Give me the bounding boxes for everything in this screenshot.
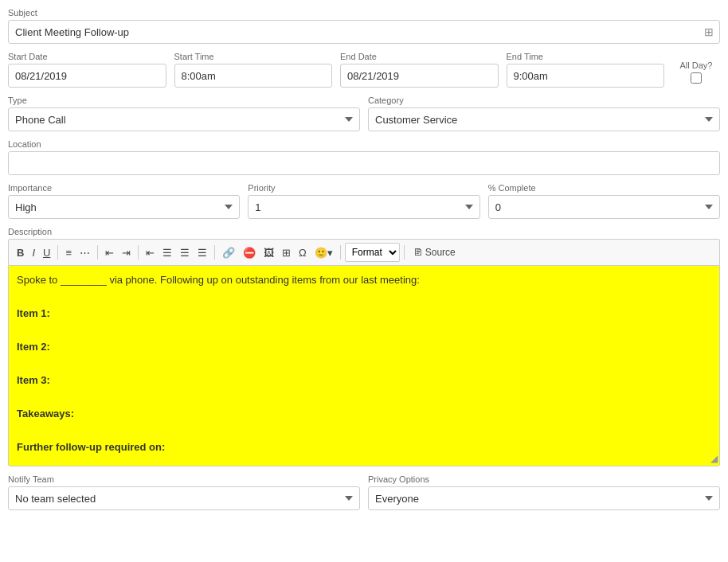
all-day-label: All Day? — [680, 60, 713, 70]
divider-5 — [340, 245, 341, 260]
percent-complete-label: % Complete — [488, 183, 720, 193]
type-group: Type Phone Call — [8, 96, 360, 131]
percent-complete-select[interactable]: 0 — [488, 195, 720, 219]
unlink-button[interactable]: ⛔ — [240, 245, 259, 260]
end-time-input[interactable] — [507, 64, 665, 88]
end-time-label: End Time — [507, 52, 665, 61]
category-select[interactable]: Customer Service — [368, 107, 720, 131]
divider-4 — [214, 245, 215, 260]
notify-team-label: Notify Team — [8, 474, 360, 484]
outdent-button[interactable]: ⇤ — [102, 245, 117, 260]
all-day-group: All Day? — [672, 60, 720, 88]
align-right-button[interactable]: ☰ — [177, 245, 193, 260]
end-time-group: End Time — [507, 52, 665, 88]
format-select[interactable]: Format — [345, 243, 400, 262]
start-date-label: Start Date — [8, 52, 166, 61]
description-section: Description B I U ≡ ⋯ ⇤ ⇥ ⇤ ☰ ☰ ☰ 🔗 ⛔ 🖼 … — [8, 227, 720, 466]
date-time-row: Start Date Start Time End Date End Time … — [8, 52, 720, 88]
importance-group: Importance High — [8, 183, 240, 219]
subject-label: Subject — [8, 8, 720, 18]
notify-team-group: Notify Team No team selected — [8, 474, 360, 510]
description-item3: Item 3: — [17, 374, 711, 386]
privacy-group: Privacy Options Everyone — [368, 474, 720, 510]
start-time-group: Start Time — [174, 52, 333, 88]
unordered-list-button[interactable]: ≡ — [62, 245, 75, 260]
source-label: Source — [425, 247, 456, 258]
align-left-button[interactable]: ⇤ — [143, 245, 158, 260]
type-category-row: Type Phone Call Category Customer Servic… — [8, 96, 720, 131]
privacy-label: Privacy Options — [368, 474, 720, 484]
editor-toolbar: B I U ≡ ⋯ ⇤ ⇥ ⇤ ☰ ☰ ☰ 🔗 ⛔ 🖼 ⊞ Ω 🙂▾ Forma… — [8, 239, 720, 265]
importance-label: Importance — [8, 183, 240, 193]
priority-label: Priority — [248, 183, 479, 193]
notify-team-select[interactable]: No team selected — [8, 486, 360, 510]
notify-privacy-row: Notify Team No team selected Privacy Opt… — [8, 474, 720, 510]
end-date-label: End Date — [340, 52, 499, 61]
divider-6 — [404, 245, 405, 260]
align-justify-button[interactable]: ☰ — [194, 245, 210, 260]
all-day-checkbox[interactable] — [691, 72, 702, 84]
divider-1 — [57, 245, 58, 260]
type-label: Type — [8, 96, 360, 105]
start-date-input[interactable] — [8, 64, 166, 88]
description-takeaways: Takeaways: — [17, 408, 711, 420]
description-followup: Further follow-up required on: — [17, 441, 711, 453]
emoji-button[interactable]: 🙂▾ — [311, 245, 336, 260]
subject-icon: ⊞ — [704, 25, 714, 38]
resize-handle[interactable]: ◢ — [710, 453, 718, 464]
importance-row: Importance High Priority 1 % Complete 0 — [8, 183, 720, 219]
align-center-button[interactable]: ☰ — [159, 245, 175, 260]
location-input[interactable] — [8, 151, 720, 175]
subject-input[interactable] — [8, 20, 720, 44]
importance-select[interactable]: High — [8, 195, 240, 219]
source-icon: 🖹 — [413, 247, 423, 258]
underline-button[interactable]: U — [40, 245, 53, 260]
description-editor[interactable]: Spoke to ________ via phone. Following u… — [8, 265, 720, 466]
bold-button[interactable]: B — [14, 245, 27, 260]
start-time-input[interactable] — [174, 64, 333, 88]
description-item2: Item 2: — [17, 341, 711, 353]
divider-3 — [138, 245, 139, 260]
priority-group: Priority 1 — [248, 183, 479, 219]
percent-complete-group: % Complete 0 — [488, 183, 720, 219]
start-time-label: Start Time — [174, 52, 333, 61]
divider-2 — [97, 245, 98, 260]
location-section: Location — [8, 139, 720, 175]
description-label: Description — [8, 227, 720, 236]
category-label: Category — [368, 96, 720, 105]
italic-button[interactable]: I — [29, 245, 38, 260]
description-line1: Spoke to ________ via phone. Following u… — [17, 274, 711, 286]
table-button[interactable]: ⊞ — [279, 245, 294, 260]
ordered-list-button[interactable]: ⋯ — [76, 245, 93, 260]
location-label: Location — [8, 139, 720, 149]
source-button[interactable]: 🖹 Source — [409, 245, 460, 260]
end-date-group: End Date — [340, 52, 499, 88]
type-select[interactable]: Phone Call — [8, 107, 360, 131]
image-button[interactable]: 🖼 — [260, 245, 277, 260]
privacy-select[interactable]: Everyone — [368, 486, 720, 510]
description-item1: Item 1: — [17, 307, 711, 319]
special-char-button[interactable]: Ω — [296, 245, 310, 260]
indent-button[interactable]: ⇥ — [119, 245, 134, 260]
subject-section: Subject ⊞ — [8, 8, 720, 44]
category-group: Category Customer Service — [368, 96, 720, 131]
start-date-group: Start Date — [8, 52, 166, 88]
priority-select[interactable]: 1 — [248, 195, 479, 219]
link-button[interactable]: 🔗 — [219, 245, 238, 260]
end-date-input[interactable] — [340, 64, 499, 88]
